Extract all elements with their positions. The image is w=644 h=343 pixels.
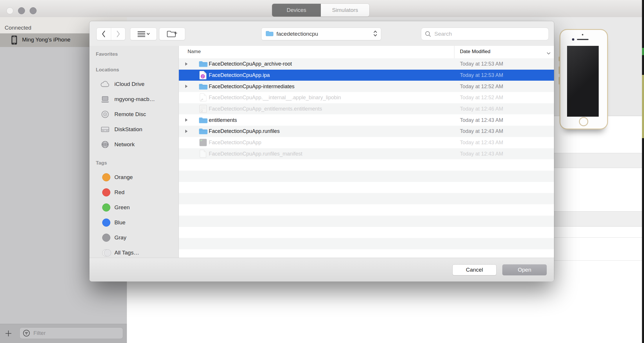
search-icon: [425, 31, 431, 37]
file-row-selected[interactable]: ♪ FaceDetectionCpuApp.ipa Today at 12:53…: [179, 70, 554, 81]
server-icon: [100, 126, 110, 133]
folder-icon: [198, 117, 208, 124]
folder-icon: [266, 30, 274, 38]
file-row[interactable]: FaceDetectionCpuApp.runfiles Today at 12…: [179, 126, 554, 137]
sidebar-item-macbook[interactable]: mgyong-macb…: [89, 92, 179, 107]
all-tags-icon: [102, 249, 111, 256]
file-row[interactable]: FaceDetectionCpuApp-intermediates Today …: [179, 81, 554, 92]
file-rows: FaceDetectionCpuApp_archive-root Today a…: [179, 58, 554, 258]
file-name: FaceDetectionCpuApp.__internal__.apple_b…: [209, 95, 341, 101]
file-name: FaceDetectionCpuApp_archive-root: [209, 61, 292, 67]
connected-section-label: Connected: [5, 25, 31, 31]
chevron-left-icon: [101, 30, 106, 38]
chevron-right-icon: [116, 30, 121, 38]
folder-icon: [198, 60, 208, 67]
file-row-disabled: FaceDetectionCpuApp Today at 12:43 AM: [179, 137, 554, 148]
executable-file-icon: [198, 139, 208, 147]
close-window-button[interactable]: [6, 7, 13, 14]
tag-label: Red: [114, 189, 125, 196]
file-row[interactable]: entitlements Today at 12:43 AM: [179, 114, 554, 126]
filter-icon: [22, 329, 30, 337]
new-folder-button[interactable]: [159, 28, 185, 40]
updown-chevrons-icon: [373, 30, 377, 38]
column-header-date-modified[interactable]: Date Modified: [460, 49, 490, 55]
sidebar-item-diskstation[interactable]: DiskStation: [89, 122, 179, 137]
open-button[interactable]: Open: [502, 264, 547, 275]
sidebar-item-icloud-drive[interactable]: iCloud Drive: [89, 77, 179, 92]
plain-file-icon: [198, 149, 208, 158]
tag-label: All Tags…: [114, 250, 139, 256]
file-date: Today at 12:53 AM: [460, 61, 503, 67]
back-button[interactable]: [97, 28, 111, 40]
nav-button-group: [96, 28, 125, 40]
sidebar-item-label: iCloud Drive: [114, 81, 144, 87]
column-header-name[interactable]: Name: [188, 49, 201, 55]
file-date: Today at 12:43 AM: [460, 140, 503, 146]
file-date: Today at 12:52 AM: [460, 83, 503, 89]
cancel-button[interactable]: Cancel: [452, 264, 497, 275]
path-dropdown[interactable]: facedetectioncpu: [261, 28, 381, 40]
ipa-file-icon: ♪: [198, 71, 208, 80]
red-tag-icon: [102, 188, 110, 196]
blue-tag-icon: [102, 219, 110, 227]
disc-icon: [100, 110, 110, 118]
sidebar-tag-blue[interactable]: Blue: [89, 215, 179, 230]
file-name: entitlements: [209, 117, 237, 123]
add-device-button[interactable]: [5, 330, 13, 338]
minimize-window-button[interactable]: [18, 7, 25, 14]
filter-input[interactable]: [33, 330, 115, 337]
tag-label: Blue: [114, 219, 125, 226]
file-name: FaceDetectionCpuApp.ipa: [209, 72, 270, 78]
device-preview-image: [560, 29, 608, 129]
disclosure-triangle-icon[interactable]: [185, 62, 188, 67]
tab-simulators[interactable]: Simulators: [321, 4, 369, 17]
file-name: FaceDetectionCpuApp-intermediates: [209, 83, 294, 89]
sidebar-tag-red[interactable]: Red: [89, 185, 179, 200]
forward-button[interactable]: [111, 28, 125, 40]
globe-icon: [100, 140, 110, 149]
view-options-button[interactable]: [130, 28, 157, 40]
search-field[interactable]: [421, 28, 549, 40]
column-divider[interactable]: [454, 46, 454, 58]
file-list: Name Date Modified FaceDetectionCpuApp_a…: [179, 46, 554, 258]
iphone-icon: [11, 35, 17, 46]
sidebar-tag-orange[interactable]: Orange: [89, 170, 179, 185]
sort-chevron-icon: [546, 51, 551, 56]
sidebar-item-network[interactable]: Network: [89, 137, 179, 152]
open-file-dialog: facedetectioncpu Favorites Locations iCl…: [89, 21, 554, 281]
sidebar-item-label: Network: [114, 141, 135, 148]
alias-file-icon: [198, 93, 208, 102]
sidebar-tag-green[interactable]: Green: [89, 200, 179, 215]
file-name: FaceDetectionCpuApp.runfiles: [209, 128, 280, 134]
file-row[interactable]: FaceDetectionCpuApp_archive-root Today a…: [179, 58, 554, 70]
tags-section-label: Tags: [96, 160, 107, 166]
devices-window: Devices Simulators Connected Ming Yong’s…: [0, 0, 644, 343]
dialog-sidebar: Favorites Locations iCloud Drive mgyong-…: [89, 46, 179, 258]
sidebar-item-remote-disc[interactable]: Remote Disc: [89, 107, 179, 122]
devices-simulators-segmented-control: Devices Simulators: [272, 4, 369, 17]
green-tag-icon: [102, 203, 110, 212]
file-name: FaceDetectionCpuApp: [209, 140, 261, 146]
disclosure-triangle-icon[interactable]: [185, 118, 188, 123]
favorites-section-label: Favorites: [96, 51, 118, 57]
window-toolbar: Devices Simulators: [0, 0, 644, 17]
laptop-icon: [100, 96, 110, 103]
list-header: Name Date Modified: [179, 46, 554, 59]
folder-icon: [198, 83, 208, 90]
dialog-footer: Cancel Open: [89, 258, 554, 281]
cloud-icon: [100, 81, 110, 88]
file-name: FaceDetectionCpuApp_entitlements.entitle…: [209, 106, 322, 112]
tab-devices[interactable]: Devices: [272, 4, 321, 17]
sidebar-item-label: Remote Disc: [114, 111, 146, 118]
tag-label: Orange: [114, 174, 133, 180]
search-input[interactable]: [434, 30, 545, 37]
device-filter-field[interactable]: [19, 327, 123, 339]
file-date: Today at 12:43 AM: [460, 128, 503, 134]
disclosure-triangle-icon[interactable]: [185, 129, 188, 135]
device-name: Ming Yong’s iPhone: [22, 37, 71, 43]
disclosure-triangle-icon[interactable]: [185, 84, 188, 90]
sidebar-tag-gray[interactable]: Gray: [89, 230, 179, 245]
file-row-disabled: FaceDetectionCpuApp.__internal__.apple_b…: [179, 92, 554, 103]
locations-section-label: Locations: [96, 67, 119, 73]
zoom-window-button[interactable]: [30, 7, 37, 14]
